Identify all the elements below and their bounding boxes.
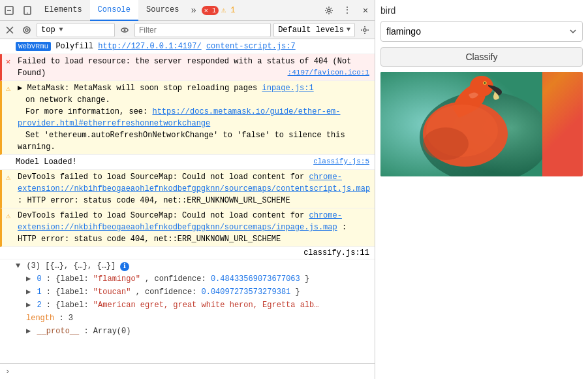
console-object-item-2[interactable]: ▶ 2 : {label: "American egret, great whi… (0, 299, 375, 312)
more-options-icon[interactable]: ⋮ (338, 0, 356, 21)
expand-item2-icon[interactable]: ▶ (26, 301, 31, 310)
svg-point-10 (124, 29, 126, 31)
console-object-proto[interactable]: ▶ __proto__ : Array(0) (0, 325, 375, 338)
console-entry-model-loaded: Model Loaded! classify.js:5 (0, 155, 375, 170)
console-entry-sourcemap-2: ⚠ DevTools failed to load SourceMap: Cou… (0, 208, 375, 247)
context-selector[interactable]: top ▼ (37, 23, 115, 37)
device-icon[interactable] (18, 0, 37, 21)
warn-badge: ⚠ 1 (221, 5, 236, 15)
console-entry-sourcemap-1: ⚠ DevTools failed to load SourceMap: Cou… (0, 170, 375, 208)
console-entry-metamask: ⚠ ▶ MetaMask: MetaMask will soon stop re… (0, 81, 375, 155)
error-badge: ✕ 1 (202, 6, 219, 15)
console-entry-webvr: WebVRmu Polyfill http://127.0.0.1:4197/ … (0, 39, 375, 54)
inspect-icon[interactable] (0, 0, 18, 21)
flamingo-image (380, 72, 583, 176)
svg-point-11 (364, 29, 366, 31)
eye-icon[interactable] (117, 23, 132, 37)
console-input-row: › (0, 363, 375, 379)
devtools-toolbar2: top ▼ Default levels ▼ (0, 21, 375, 39)
console-object-item-1[interactable]: ▶ 1 : {label: "toucan" , confidence: 0.0… (0, 286, 375, 299)
svg-point-19 (423, 127, 469, 160)
classify-link-5[interactable]: classify.js:5 (313, 156, 369, 167)
levels-selector[interactable]: Default levels ▼ (273, 23, 355, 37)
clear-console-icon[interactable] (3, 23, 17, 37)
console-object-item-0[interactable]: ▶ 0 : {label: "flamingo" , confidence: 0… (0, 272, 375, 286)
webvr-badge: WebVRmu (16, 42, 51, 51)
svg-point-7 (23, 27, 30, 33)
svg-point-17 (484, 82, 486, 84)
right-panel: bird flamingo toucan egret heron Classif… (375, 0, 588, 379)
tab-sources[interactable]: Sources (138, 0, 187, 21)
right-panel-title: bird (380, 5, 583, 16)
content-script-link[interactable]: content-script.js:7 (206, 42, 296, 51)
console-entry-404: ✕ Failed to load resource: the server re… (0, 54, 375, 81)
warning-icon-2: ⚠ (6, 172, 10, 184)
context-arrow-icon: ▼ (59, 26, 63, 33)
console-input[interactable] (14, 367, 369, 376)
settings-icon[interactable] (320, 0, 338, 21)
classify-link-11[interactable]: classify.js:11 (303, 248, 369, 257)
svg-point-3 (27, 12, 28, 14)
favicon-link[interactable]: :4197/favicon.ico:1 (288, 67, 369, 78)
console-object-root[interactable]: ▼ (3) [{…}, {…}, {…}] ℹ (0, 259, 375, 272)
filter-icon[interactable] (20, 23, 34, 37)
tab-elements[interactable]: Elements (37, 0, 90, 21)
console-output: WebVRmu Polyfill http://127.0.0.1:4197/ … (0, 39, 375, 363)
expand-item0-icon[interactable]: ▶ (26, 274, 31, 284)
svg-point-8 (25, 29, 28, 31)
devtools-toolbar: Elements Console Sources » ✕ 1 ⚠ 1 ⋮ ✕ (0, 0, 375, 21)
classify-source-11: classify.js:11 (0, 247, 375, 259)
tab-console[interactable]: Console (90, 0, 138, 21)
filter-input[interactable] (134, 23, 271, 37)
info-badge: ℹ (120, 262, 129, 271)
more-tabs-icon[interactable]: » (187, 5, 200, 16)
levels-arrow-icon: ▼ (347, 26, 350, 33)
settings2-icon[interactable] (358, 23, 372, 37)
expand-proto-icon[interactable]: ▶ (26, 327, 31, 336)
error-icon: ✕ (6, 56, 10, 68)
classify-button[interactable]: Classify (380, 47, 583, 67)
bird-select[interactable]: flamingo toucan egret heron (380, 21, 583, 42)
webvr-link[interactable]: http://127.0.0.1:4197/ (98, 42, 201, 51)
flamingo-svg (380, 72, 542, 176)
warning-icon-1: ⚠ (6, 83, 10, 95)
toolbar-right-icons: ⋮ ✕ (320, 0, 375, 21)
expand-item1-icon[interactable]: ▶ (26, 288, 31, 297)
expand-root-icon[interactable]: ▼ (16, 261, 20, 271)
console-prompt-icon: › (5, 367, 10, 376)
console-object-length: length : 3 (0, 312, 375, 325)
warning-icon-3: ⚠ (6, 210, 10, 222)
svg-point-4 (328, 9, 330, 12)
devtools-panel: Elements Console Sources » ✕ 1 ⚠ 1 ⋮ ✕ (0, 0, 375, 379)
inpage-link[interactable]: inpage.js:1 (262, 84, 313, 93)
close-icon[interactable]: ✕ (356, 0, 375, 21)
